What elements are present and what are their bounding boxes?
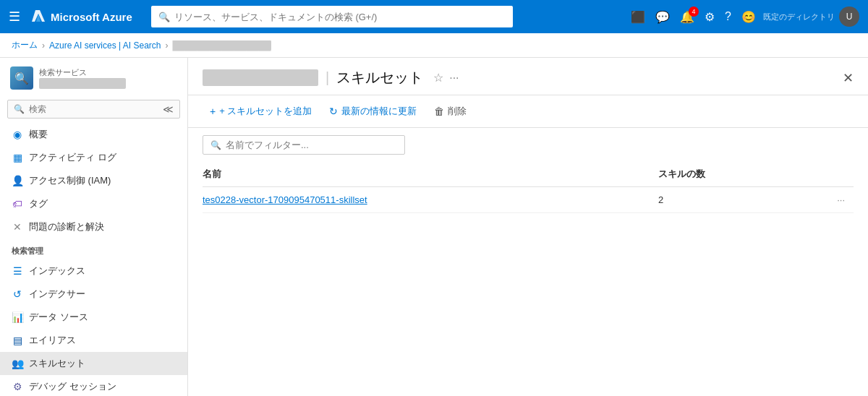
- indexers-icon: ↺: [12, 288, 23, 300]
- service-icon: 🔍: [10, 66, 33, 90]
- sidebar-item-tags[interactable]: 🏷 タグ: [0, 192, 187, 215]
- close-button[interactable]: ✕: [843, 70, 854, 86]
- col-header-actions: [788, 162, 854, 187]
- avatar[interactable]: U: [839, 7, 859, 27]
- sidebar-item-skillsets[interactable]: 👥 スキルセット: [0, 352, 187, 375]
- brand-logo: Microsoft Azure: [30, 9, 132, 25]
- debug-icon: ⚙: [12, 381, 23, 392]
- col-header-skills: スキルの数: [658, 162, 788, 187]
- sidebar-item-iam[interactable]: 👤 アクセス制御 (IAM): [0, 169, 187, 192]
- top-nav: ☰ Microsoft Azure 🔍 ⬛ 💬 🔔 4 ⚙ ? 😊 既定のディレ…: [0, 0, 868, 33]
- sidebar-item-diagnose[interactable]: ✕ 問題の診断と解決: [0, 215, 187, 238]
- breadcrumb-current: ████████████████: [173, 40, 271, 51]
- breadcrumb-sep2: ›: [166, 40, 169, 51]
- feedback-icon[interactable]: 💬: [655, 10, 670, 24]
- add-icon: +: [210, 106, 216, 117]
- sidebar: 🔍 検索サービス 🔍 ≪ ◉ 概要 ▦ アクティビティ ログ 👤: [0, 58, 188, 396]
- filter-input-container[interactable]: 🔍: [203, 135, 405, 155]
- main-content: | スキルセット ☆ ··· ✕ + + スキルセットを追加 ↻ 最新の情報に更…: [188, 58, 868, 396]
- diagnose-icon: ✕: [12, 221, 23, 233]
- user-section[interactable]: 既定のディレクトリ U: [763, 7, 859, 27]
- feedback2-icon[interactable]: 😊: [741, 10, 756, 24]
- sidebar-item-label: 概要: [29, 128, 48, 141]
- skillsets-icon: 👥: [12, 358, 23, 369]
- filter-input[interactable]: [226, 139, 397, 150]
- delete-icon: 🗑: [434, 106, 444, 117]
- skillset-actions-cell: ···: [788, 187, 854, 213]
- sidebar-search[interactable]: 🔍 ≪: [7, 100, 180, 119]
- refresh-icon: ↻: [329, 106, 338, 117]
- page-header: | スキルセット ☆ ··· ✕: [188, 58, 868, 95]
- table-area: 名前 スキルの数 tes0228-vector-1709095470511-sk…: [188, 162, 868, 396]
- sidebar-search-icon: 🔍: [14, 104, 25, 114]
- favorite-icon[interactable]: ☆: [433, 71, 443, 85]
- aliases-icon: ▤: [12, 335, 23, 346]
- add-skillset-button[interactable]: + + スキルセットを追加: [203, 101, 319, 121]
- more-options-icon[interactable]: ···: [449, 72, 459, 85]
- indexes-icon: ☰: [12, 265, 23, 277]
- sidebar-item-label: 問題の診断と解決: [29, 220, 104, 233]
- add-label: + スキルセットを追加: [219, 105, 312, 118]
- filter-row: 🔍: [188, 128, 868, 162]
- breadcrumb-home[interactable]: ホーム: [12, 39, 38, 51]
- sidebar-item-label: インデックス: [29, 264, 85, 277]
- breadcrumb-service[interactable]: Azure AI services | AI Search: [49, 40, 161, 51]
- skillset-name-link[interactable]: tes0228-vector-1709095470511-skillset: [203, 194, 367, 205]
- sidebar-item-activity[interactable]: ▦ アクティビティ ログ: [0, 146, 187, 169]
- sidebar-item-aliases[interactable]: ▤ エイリアス: [0, 329, 187, 352]
- refresh-button[interactable]: ↻ 最新の情報に更新: [322, 101, 424, 121]
- terminal-icon[interactable]: ⬛: [631, 10, 645, 24]
- section-search-mgmt: 検索管理: [0, 238, 187, 259]
- sidebar-search-input[interactable]: [29, 104, 158, 114]
- sidebar-item-debug[interactable]: ⚙ デバッグ セッション: [0, 375, 187, 396]
- refresh-label: 最新の情報に更新: [341, 105, 417, 118]
- sidebar-item-label: タグ: [29, 197, 48, 210]
- toolbar: + + スキルセットを追加 ↻ 最新の情報に更新 🗑 削除: [188, 95, 868, 128]
- filter-search-icon: 🔍: [210, 140, 221, 150]
- sidebar-item-label: データ ソース: [29, 311, 88, 324]
- sidebar-header: 🔍 検索サービス: [0, 58, 187, 95]
- hamburger-icon[interactable]: ☰: [9, 9, 20, 25]
- tags-icon: 🏷: [12, 198, 23, 210]
- sidebar-item-datasources[interactable]: 📊 データ ソース: [0, 306, 187, 329]
- sidebar-item-overview[interactable]: ◉ 概要: [0, 123, 187, 146]
- help-icon[interactable]: ?: [725, 10, 731, 23]
- breadcrumb: ホーム › Azure AI services | AI Search › ██…: [0, 33, 868, 58]
- azure-logo-icon: [30, 9, 46, 25]
- skillsets-table: 名前 スキルの数 tes0228-vector-1709095470511-sk…: [203, 162, 854, 213]
- sidebar-item-label: スキルセット: [29, 357, 85, 370]
- sidebar-item-label: エイリアス: [29, 334, 76, 347]
- sidebar-item-indexes[interactable]: ☰ インデックス: [0, 259, 187, 283]
- settings-icon[interactable]: ⚙: [705, 10, 715, 24]
- delete-button[interactable]: 🗑 削除: [427, 101, 474, 121]
- sidebar-nav: ◉ 概要 ▦ アクティビティ ログ 👤 アクセス制御 (IAM) 🏷 タグ ✕ …: [0, 123, 187, 396]
- header-separator: |: [326, 69, 329, 86]
- search-icon: 🔍: [158, 12, 170, 22]
- skillset-count-cell: 2: [658, 187, 788, 213]
- sidebar-item-label: インデクサー: [29, 288, 85, 301]
- service-label: 検索サービス: [39, 67, 126, 78]
- col-header-name: 名前: [203, 162, 658, 187]
- sidebar-item-indexers[interactable]: ↺ インデクサー: [0, 283, 187, 306]
- nav-icons: ⬛ 💬 🔔 4 ⚙ ? 😊: [631, 10, 756, 24]
- resource-name-label: [203, 69, 318, 86]
- row-more-icon[interactable]: ···: [837, 194, 845, 205]
- breadcrumb-sep1: ›: [42, 40, 45, 51]
- table-row: tes0228-vector-1709095470511-skillset 2 …: [203, 187, 854, 213]
- notification-icon[interactable]: 🔔 4: [680, 10, 694, 24]
- service-info: 検索サービス: [39, 67, 126, 89]
- sidebar-item-label: アクセス制御 (IAM): [29, 174, 111, 187]
- sidebar-item-label: アクティビティ ログ: [29, 151, 116, 164]
- notification-badge: 4: [689, 7, 699, 17]
- skillset-name-cell: tes0228-vector-1709095470511-skillset: [203, 187, 658, 213]
- page-title: スキルセット: [336, 68, 423, 87]
- global-search-input[interactable]: [174, 12, 506, 22]
- sidebar-collapse-icon[interactable]: ≪: [163, 103, 174, 115]
- dir-label: 既定のディレクトリ: [763, 12, 835, 22]
- delete-label: 削除: [448, 105, 467, 118]
- global-search-bar[interactable]: 🔍: [151, 6, 513, 27]
- page-header-actions: ☆ ···: [433, 71, 459, 85]
- service-name: [39, 78, 126, 89]
- overview-icon: ◉: [12, 129, 23, 140]
- sidebar-item-label: デバッグ セッション: [29, 380, 116, 393]
